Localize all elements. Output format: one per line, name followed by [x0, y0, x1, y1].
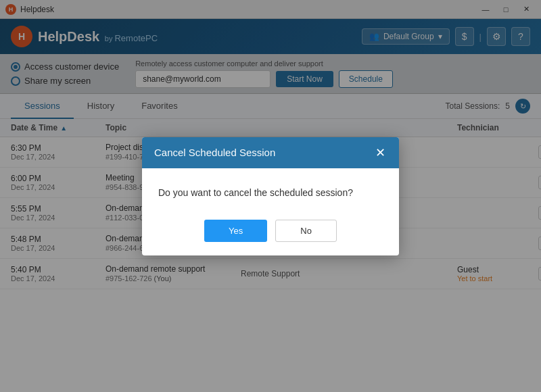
confirm-yes-button[interactable]: Yes	[204, 220, 267, 242]
modal-close-button[interactable]: ✕	[374, 147, 387, 159]
modal-title: Cancel Scheduled Session	[154, 147, 275, 158]
modal-footer: Yes No	[142, 212, 399, 255]
confirm-no-button[interactable]: No	[275, 220, 337, 242]
modal-overlay: Cancel Scheduled Session ✕ Do you want t…	[0, 0, 541, 392]
modal-message: Do you want to cancel the scheduled sess…	[158, 187, 353, 198]
cancel-session-modal: Cancel Scheduled Session ✕ Do you want t…	[142, 137, 399, 255]
modal-body: Do you want to cancel the scheduled sess…	[142, 168, 399, 212]
modal-header: Cancel Scheduled Session ✕	[142, 137, 399, 168]
app-container: H Helpdesk — □ ✕ H HelpDesk by RemotePC …	[0, 0, 541, 392]
